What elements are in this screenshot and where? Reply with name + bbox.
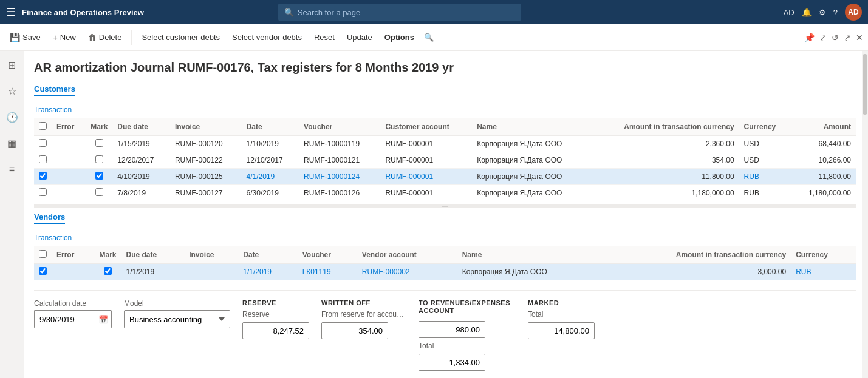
vcol-name: Name	[457, 246, 605, 264]
pin-icon[interactable]: 📌	[804, 33, 815, 42]
sidebar-recent-icon[interactable]: 🕐	[2, 108, 22, 127]
col-date: Date	[242, 118, 299, 136]
new-button[interactable]: + New	[48, 29, 81, 46]
close-icon[interactable]: ✕	[856, 33, 863, 42]
row-customer-account[interactable]: RUMF-000001	[380, 185, 472, 201]
row-check-cell[interactable]	[34, 169, 52, 185]
save-button[interactable]: 💾 Save	[5, 29, 46, 46]
search-container[interactable]: 🔍	[278, 4, 521, 21]
row-checkbox[interactable]	[39, 139, 47, 147]
row-checkbox[interactable]	[39, 172, 47, 180]
vcol-currency: Currency	[791, 246, 856, 264]
vrow-voucher[interactable]: ГК01119	[298, 264, 357, 280]
row-due-date: 4/10/2019	[112, 169, 170, 185]
row-mark-checkbox[interactable]	[95, 172, 103, 180]
fullscreen-icon[interactable]: ⤢	[819, 33, 827, 42]
scrollbar[interactable]	[862, 51, 868, 378]
save-icon: 💾	[10, 33, 20, 42]
row-customer-account[interactable]: RUMF-000001	[380, 152, 472, 169]
row-due-date: 12/20/2017	[112, 152, 170, 169]
revenues-total-input[interactable]	[419, 354, 485, 371]
row-name: Корпорация Я.Дата ООО	[472, 136, 590, 152]
row-mark-cell[interactable]	[86, 169, 112, 185]
calculation-date-group: Calculation date 📅	[34, 299, 112, 328]
vcol-voucher: Voucher	[298, 246, 357, 264]
table-row[interactable]: 12/20/2017 RUMF-000122 12/10/2017 RUMF-1…	[34, 152, 856, 169]
model-select-wrapper: Business accounting Tax accounting	[124, 310, 230, 328]
col-voucher: Voucher	[299, 118, 380, 136]
row-mark-cell[interactable]	[86, 152, 112, 169]
hamburger-icon[interactable]: ☰	[6, 5, 16, 19]
row-customer-account[interactable]: RUMF-000001	[380, 169, 472, 185]
select-all-vendors[interactable]	[39, 250, 47, 258]
help-icon[interactable]: ?	[833, 8, 838, 17]
open-new-icon[interactable]: ⤤	[844, 33, 851, 42]
row-currency: RUB	[739, 169, 791, 185]
row-customer-account[interactable]: RUMF-000001	[380, 136, 472, 152]
separator-1	[131, 30, 132, 45]
scrollbar-thumb[interactable]	[863, 54, 867, 115]
sidebar-home-icon[interactable]: ⊞	[4, 56, 19, 75]
vrow-check-cell[interactable]	[34, 264, 52, 280]
new-icon: +	[53, 33, 58, 42]
row-check-cell[interactable]	[34, 152, 52, 169]
vrow-mark-checkbox[interactable]	[104, 267, 112, 275]
vrow-vendor-account[interactable]: RUMF-000002	[357, 264, 457, 280]
select-vendor-debts-button[interactable]: Select vendor debts	[227, 29, 307, 46]
calculation-date-input[interactable]	[34, 310, 95, 328]
update-button[interactable]: Update	[342, 29, 377, 46]
sidebar-modules-icon[interactable]: ≡	[5, 160, 18, 178]
command-bar: 💾 Save + New 🗑 Delete Select customer de…	[0, 24, 868, 51]
row-mark-checkbox[interactable]	[95, 139, 103, 147]
page-title: AR amortization Journal RUMF-00176, Tax …	[34, 61, 856, 75]
refresh-icon[interactable]: ↺	[832, 33, 839, 42]
row-mark-checkbox[interactable]	[95, 188, 103, 196]
settings-icon[interactable]: ⚙	[819, 8, 826, 17]
sidebar-favorites-icon[interactable]: ☆	[4, 82, 20, 101]
reset-button[interactable]: Reset	[309, 29, 340, 46]
search-input[interactable]	[298, 8, 515, 17]
content-wrapper: AR amortization Journal RUMF-00176, Tax …	[24, 51, 868, 378]
row-voucher[interactable]: RUMF-10000124	[299, 169, 380, 185]
table-row[interactable]: 1/15/2019 RUMF-000120 1/10/2019 RUMF-100…	[34, 136, 856, 152]
vcol-amount-trans: Amount in transaction currency	[604, 246, 791, 264]
from-reserve-input[interactable]	[321, 322, 388, 339]
model-select[interactable]: Business accounting Tax accounting	[124, 310, 230, 328]
row-voucher[interactable]: RUMF-10000126	[299, 185, 380, 201]
vrow-amount-trans: 3,000.00	[604, 264, 791, 280]
row-voucher[interactable]: RUMF-10000121	[299, 152, 380, 169]
resize-handle-1[interactable]	[34, 204, 856, 208]
bottom-form: Calculation date 📅 Model Business accoun…	[34, 290, 856, 378]
table-row[interactable]: 4/10/2019 RUMF-000125 4/1/2019 RUMF-1000…	[34, 169, 856, 185]
row-check-cell[interactable]	[34, 136, 52, 152]
revenues-header: To revenues/expenses account	[419, 299, 516, 315]
vrow-checkbox[interactable]	[39, 267, 47, 275]
table-row[interactable]: 1/1/2019 1/1/2019 ГК01119 RUMF-000002 Ко…	[34, 264, 856, 280]
row-voucher[interactable]: RUMF-10000119	[299, 136, 380, 152]
row-mark-cell[interactable]	[86, 136, 112, 152]
revenues-input[interactable]	[419, 321, 485, 338]
user-name: AD	[784, 8, 795, 17]
row-mark-checkbox[interactable]	[95, 155, 103, 163]
reserve-input[interactable]	[242, 322, 309, 339]
marked-total-input[interactable]	[528, 322, 595, 339]
calendar-button[interactable]: 📅	[95, 310, 112, 328]
delete-button[interactable]: 🗑 Delete	[83, 29, 127, 46]
row-checkbox[interactable]	[39, 188, 47, 196]
col-customer-account: Customer account	[380, 118, 472, 136]
select-all-customers[interactable]	[39, 122, 47, 130]
notification-icon[interactable]: 🔔	[802, 8, 812, 17]
row-checkbox[interactable]	[39, 155, 47, 163]
row-mark-cell[interactable]	[86, 185, 112, 201]
sidebar-workspaces-icon[interactable]: ▦	[4, 134, 20, 153]
table-row[interactable]: 7/8/2019 RUMF-000127 6/30/2019 RUMF-1000…	[34, 185, 856, 201]
select-customer-debts-button[interactable]: Select customer debts	[137, 29, 225, 46]
row-error	[52, 185, 86, 201]
search-command-icon[interactable]: 🔍	[424, 33, 434, 42]
options-button[interactable]: Options	[380, 29, 419, 46]
row-check-cell[interactable]	[34, 185, 52, 201]
vrow-mark-cell[interactable]	[94, 264, 121, 280]
row-invoice: RUMF-000125	[170, 169, 242, 185]
row-currency: USD	[739, 152, 791, 169]
avatar[interactable]: AD	[845, 4, 862, 21]
